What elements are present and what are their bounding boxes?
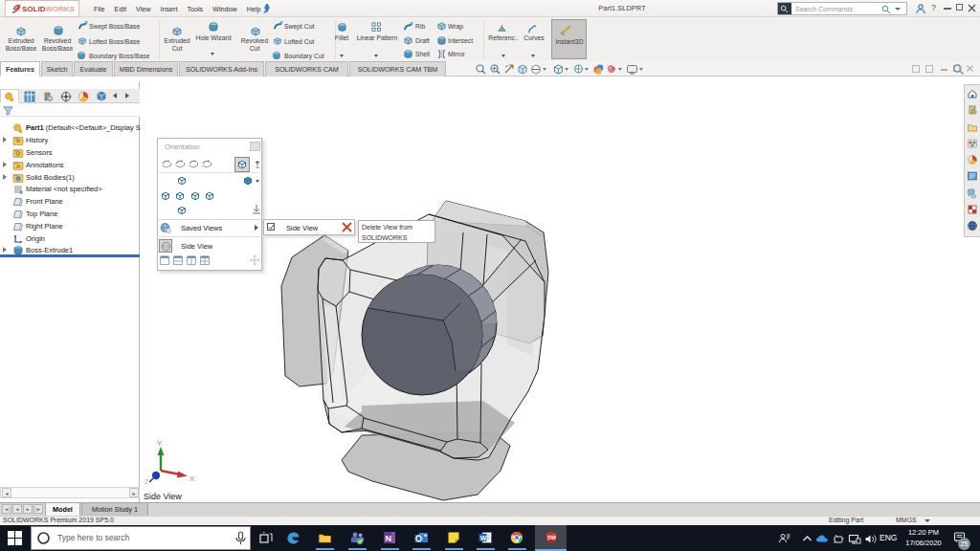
svg-text:Y: Y	[157, 439, 163, 448]
svg-text:WORKS: WORKS	[46, 5, 76, 13]
svg-text:X: X	[189, 474, 195, 483]
svg-text:Z: Z	[145, 478, 149, 485]
svg-text:N: N	[386, 534, 392, 543]
svg-text:A: A	[16, 164, 20, 169]
svg-text:SW: SW	[547, 535, 557, 540]
svg-text:SOLID: SOLID	[22, 5, 46, 13]
svg-text:W: W	[480, 535, 487, 541]
